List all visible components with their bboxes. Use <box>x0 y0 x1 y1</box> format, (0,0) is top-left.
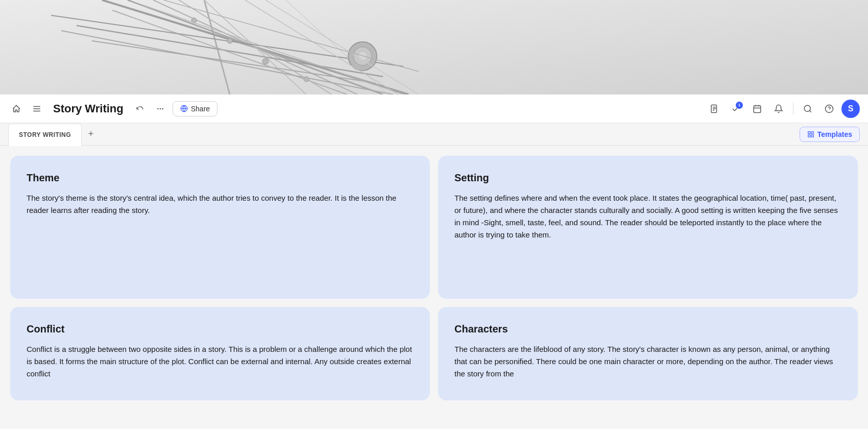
tab-bar: STORY WRITING + Templates <box>0 123 868 146</box>
theme-card-text: The story's theme is the story's central… <box>27 192 414 217</box>
svg-rect-37 <box>754 106 761 113</box>
cards-grid: Theme The story's theme is the story's c… <box>0 146 868 411</box>
theme-card-title: Theme <box>27 172 414 184</box>
conflict-card: Conflict Conflict is a struggle between … <box>10 307 430 400</box>
svg-point-22 <box>304 77 309 82</box>
search-button[interactable] <box>799 100 817 118</box>
add-icon: + <box>88 129 94 139</box>
setting-card: Setting The setting defines where and wh… <box>438 156 858 299</box>
theme-card: Theme The story's theme is the story's c… <box>10 156 430 299</box>
setting-card-text: The setting defines where and when the e… <box>454 192 841 241</box>
toolbar-left: Story Writing Share <box>8 101 701 117</box>
avatar-button[interactable]: S <box>841 100 860 118</box>
svg-point-29 <box>159 108 161 109</box>
svg-point-21 <box>262 58 269 64</box>
doc-button[interactable] <box>705 100 724 118</box>
svg-point-41 <box>804 105 810 111</box>
avatar-letter: S <box>848 104 854 113</box>
templates-button[interactable]: Templates <box>800 127 860 142</box>
toolbar: Story Writing Share <box>0 94 868 123</box>
tab-label: STORY WRITING <box>19 131 71 138</box>
templates-label: Templates <box>817 130 852 138</box>
svg-line-42 <box>809 110 811 112</box>
svg-point-28 <box>157 108 159 109</box>
check-button[interactable]: 1 <box>727 100 745 118</box>
conflict-card-title: Conflict <box>27 323 414 335</box>
characters-card-text: The characters are the lifeblood of any … <box>454 343 841 380</box>
svg-rect-48 <box>808 135 810 137</box>
home-button[interactable] <box>8 101 25 117</box>
calendar-button[interactable] <box>748 100 766 118</box>
share-label: Share <box>191 105 210 113</box>
setting-card-title: Setting <box>454 172 841 184</box>
menu-button[interactable] <box>29 101 45 117</box>
toolbar-right: 1 <box>705 100 860 118</box>
svg-rect-45 <box>808 131 810 133</box>
svg-point-20 <box>227 38 232 43</box>
check-badge: 1 <box>736 102 743 109</box>
svg-rect-47 <box>811 135 813 137</box>
conflict-card-text: Conflict is a struggle between two oppos… <box>27 343 414 380</box>
more-button[interactable] <box>152 101 168 117</box>
svg-point-30 <box>162 108 163 109</box>
toolbar-divider <box>793 103 793 115</box>
undo-button[interactable] <box>132 101 148 117</box>
hero-banner <box>0 0 868 94</box>
help-button[interactable] <box>820 100 838 118</box>
characters-card-title: Characters <box>454 323 841 335</box>
share-button[interactable]: Share <box>173 101 218 116</box>
svg-rect-46 <box>811 131 813 133</box>
characters-card: Characters The characters are the lifebl… <box>438 307 858 400</box>
bell-button[interactable] <box>769 100 788 118</box>
tab-story-writing[interactable]: STORY WRITING <box>8 124 82 146</box>
add-tab-button[interactable]: + <box>84 127 98 141</box>
page-title: Story Writing <box>53 102 124 115</box>
svg-rect-1 <box>0 0 868 94</box>
